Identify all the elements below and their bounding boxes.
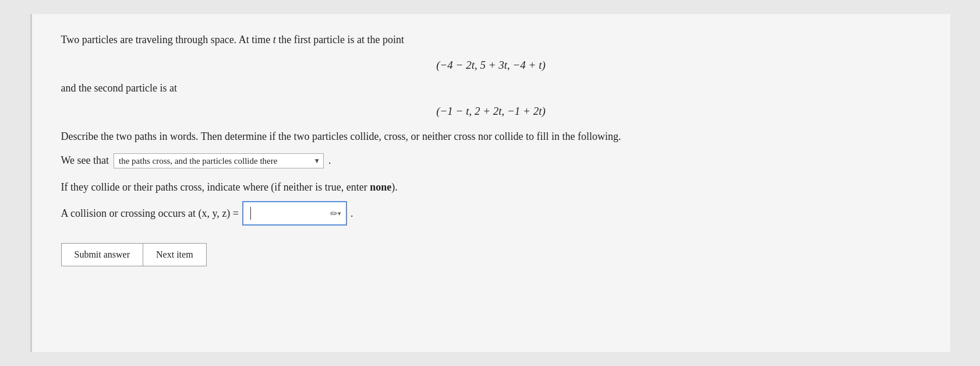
pencil-icon: ✏ bbox=[330, 208, 338, 219]
we-see-row: We see that the paths cross, and the par… bbox=[61, 153, 921, 168]
text-cursor bbox=[250, 207, 251, 220]
collision-label: A collision or crossing occurs at (x, y,… bbox=[61, 207, 239, 220]
dropdown-wrapper[interactable]: the paths cross, and the particles colli… bbox=[114, 153, 324, 168]
submit-answer-button[interactable]: Submit answer bbox=[61, 243, 144, 266]
collision-period: . bbox=[351, 207, 353, 220]
math-input-box[interactable]: ✏▾ bbox=[242, 201, 347, 226]
we-see-period: . bbox=[328, 154, 331, 167]
button-row: Submit answer Next item bbox=[61, 243, 921, 266]
none-label: none bbox=[370, 181, 391, 193]
paths-dropdown[interactable]: the paths cross, and the particles colli… bbox=[114, 153, 324, 168]
if-they-text: If they collide or their paths cross, in… bbox=[61, 179, 921, 196]
equation1: (−4 − 2t, 5 + 3t, −4 + t) bbox=[61, 59, 921, 72]
equation2: (−1 − t, 2 + 2t, −1 + 2t) bbox=[61, 105, 921, 118]
second-particle-label: and the second particle is at bbox=[61, 82, 921, 94]
if-they-suffix: ). bbox=[391, 181, 398, 193]
intro-text: Two particles are traveling through spac… bbox=[61, 31, 921, 48]
if-they-prefix: If they collide or their paths cross, in… bbox=[61, 181, 370, 193]
problem-container: Two particles are traveling through spac… bbox=[30, 14, 950, 352]
pencil-dropdown-indicator: ▾ bbox=[338, 210, 341, 217]
next-item-button[interactable]: Next item bbox=[143, 243, 207, 266]
we-see-label: We see that bbox=[61, 154, 109, 167]
describe-text: Describe the two paths in words. Then de… bbox=[61, 128, 921, 145]
collision-row: A collision or crossing occurs at (x, y,… bbox=[61, 201, 921, 226]
pencil-icon-button[interactable]: ✏▾ bbox=[330, 208, 341, 219]
